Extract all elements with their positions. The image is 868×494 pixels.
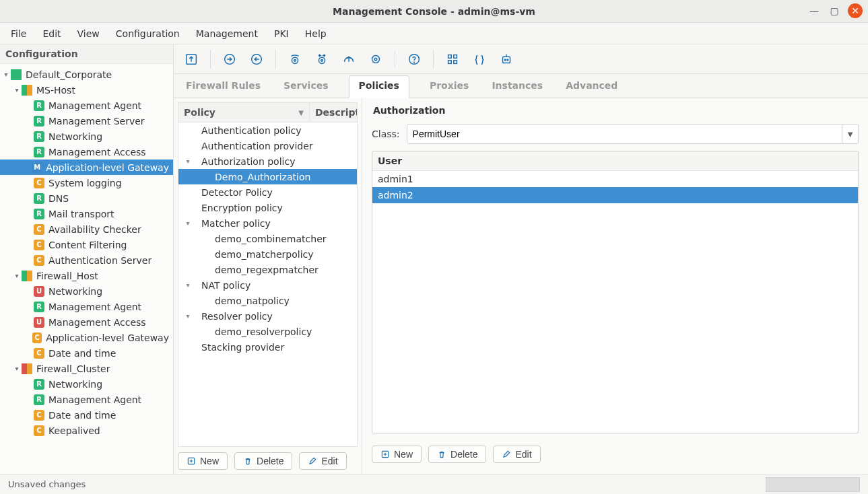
tree-item[interactable]: RDNS	[0, 190, 173, 206]
toolbar-upload-icon[interactable]	[337, 47, 361, 71]
policy-edit-button[interactable]: Edit	[299, 452, 346, 470]
minimize-button[interactable]: —	[807, 4, 821, 17]
user-delete-button[interactable]: Delete	[428, 446, 486, 463]
svg-point-10	[414, 62, 415, 63]
policy-item[interactable]: demo_regexpmatcher	[178, 262, 357, 277]
policy-group[interactable]: Authentication provider	[178, 138, 357, 153]
maximize-button[interactable]: ▢	[828, 4, 841, 17]
toolbar-up-icon[interactable]	[179, 47, 203, 71]
tree-item[interactable]: RManagement Agent	[0, 392, 173, 407]
tree-item[interactable]: RManagement Agent	[0, 299, 173, 314]
tree-item[interactable]: UNetworking	[0, 283, 173, 299]
toolbar-gear-swap-icon[interactable]	[310, 47, 334, 71]
policy-new-button[interactable]: New	[178, 452, 228, 470]
tree-item[interactable]: CContent Filtering	[0, 237, 173, 252]
menu-management[interactable]: Management	[188, 24, 266, 43]
tree-item[interactable]: RNetworking	[0, 129, 173, 144]
user-delete-label: Delete	[450, 449, 477, 460]
menu-configuration[interactable]: Configuration	[108, 24, 188, 43]
menu-view[interactable]: View	[69, 24, 108, 43]
toolbar-gear-view-icon[interactable]	[283, 47, 307, 71]
svg-rect-14	[454, 60, 457, 63]
tree-item[interactable]: CSystem logging	[0, 175, 173, 190]
svg-rect-13	[448, 60, 452, 63]
tab-proxies[interactable]: Proxies	[427, 75, 471, 98]
tab-instances[interactable]: Instances	[489, 75, 545, 98]
tree-item[interactable]: UManagement Access	[0, 314, 173, 330]
menubar: File Edit View Configuration Management …	[0, 23, 868, 44]
tree-item[interactable]: RNetworking	[0, 376, 173, 392]
tree-root[interactable]: ▾Default_Corporate	[0, 67, 173, 82]
policies-col-policy-label: Policy	[184, 107, 215, 118]
menu-edit[interactable]: Edit	[34, 24, 69, 43]
tree-item[interactable]: MApplication-level Gateway	[0, 160, 173, 175]
menu-file[interactable]: File	[3, 24, 34, 43]
tab-services[interactable]: Services	[281, 75, 331, 98]
svg-rect-12	[454, 55, 457, 58]
tree-item[interactable]: CApplication-level Gateway	[0, 330, 173, 345]
policies-tree[interactable]: Authentication policyAuthentication prov…	[178, 122, 358, 447]
toolbar-grid-icon[interactable]	[440, 47, 465, 71]
menu-help[interactable]: Help	[297, 24, 335, 43]
user-new-button[interactable]: New	[372, 446, 422, 463]
toolbar-help-icon[interactable]	[402, 47, 426, 71]
user-row[interactable]: admin2	[372, 187, 858, 203]
policy-group[interactable]: ▾Matcher policy	[178, 215, 357, 231]
tab-advanced[interactable]: Advanced	[563, 75, 620, 98]
tree-item[interactable]: RManagement Server	[0, 113, 173, 129]
config-tree[interactable]: ▾Default_Corporate▾MS-HostRManagement Ag…	[0, 64, 173, 474]
tree-item[interactable]: RManagement Access	[0, 144, 173, 160]
toolbar	[174, 44, 868, 74]
policy-group[interactable]: ▾Resolver policy	[178, 308, 357, 324]
user-table-header[interactable]: User	[372, 151, 858, 171]
policy-item[interactable]: demo_resolverpolicy	[178, 324, 357, 339]
tree-item[interactable]: CAuthentication Server	[0, 252, 173, 268]
toolbar-script-icon[interactable]	[467, 47, 492, 71]
dropdown-icon[interactable]: ▼	[842, 125, 858, 143]
tree-host[interactable]: ▾MS-Host	[0, 82, 173, 98]
class-combobox[interactable]: ▼	[407, 124, 859, 144]
toolbar-robot-icon[interactable]	[494, 47, 519, 71]
policy-group[interactable]: Authentication policy	[178, 122, 357, 138]
tree-item[interactable]: CDate and time	[0, 345, 173, 361]
policy-group[interactable]: ▾Authorization policy	[178, 153, 357, 169]
tab-policies[interactable]: Policies	[349, 75, 409, 98]
toolbar-sync-in-icon[interactable]	[218, 47, 242, 71]
tree-item[interactable]: CDate and time	[0, 407, 173, 423]
tab-firewall-rules[interactable]: Firewall Rules	[183, 75, 263, 98]
policies-header-policy[interactable]: Policy ▼	[178, 103, 310, 122]
tree-host[interactable]: ▾Firewall_Host	[0, 268, 173, 283]
tree-item[interactable]: RManagement Agent	[0, 98, 173, 113]
tree-item[interactable]: RMail transport	[0, 206, 173, 221]
svg-point-7	[372, 55, 380, 63]
window-title: Management Console - admin@ms-vm	[333, 6, 535, 17]
policy-item[interactable]: demo_matcherpolicy	[178, 246, 357, 262]
class-input[interactable]	[407, 125, 842, 143]
policy-delete-label: Delete	[257, 456, 283, 466]
policy-group[interactable]: ▾NAT policy	[178, 277, 357, 293]
policies-header-description[interactable]: Descript	[310, 103, 357, 122]
policy-item[interactable]: demo_combinematcher	[178, 231, 357, 246]
tree-host[interactable]: ▾Firewall_Cluster	[0, 361, 173, 376]
policy-group[interactable]: Stacking provider	[178, 339, 357, 355]
toolbar-sync-out-icon[interactable]	[244, 47, 269, 71]
policy-delete-button[interactable]: Delete	[234, 452, 292, 470]
policy-item[interactable]: Demo_Authorization	[178, 169, 357, 184]
trash-icon	[243, 456, 253, 466]
policy-group[interactable]: Encryption policy	[178, 200, 357, 215]
tree-item[interactable]: CKeepalived	[0, 423, 173, 438]
policy-edit-label: Edit	[321, 456, 337, 466]
tree-item[interactable]: CAvailability Checker	[0, 221, 173, 237]
user-row[interactable]: admin1	[372, 171, 858, 187]
menu-pki[interactable]: PKI	[266, 24, 297, 43]
user-edit-button[interactable]: Edit	[493, 446, 540, 463]
policy-item[interactable]: demo_natpolicy	[178, 293, 357, 308]
close-button[interactable]: ✕	[848, 3, 863, 18]
svg-point-4	[294, 59, 296, 61]
svg-rect-15	[503, 57, 510, 63]
svg-point-8	[374, 58, 377, 61]
policy-group[interactable]: Detector Policy	[178, 184, 357, 200]
sidebar: Configuration ▾Default_Corporate▾MS-Host…	[0, 44, 174, 474]
plus-icon	[187, 456, 196, 466]
toolbar-gear-icon[interactable]	[364, 47, 388, 71]
